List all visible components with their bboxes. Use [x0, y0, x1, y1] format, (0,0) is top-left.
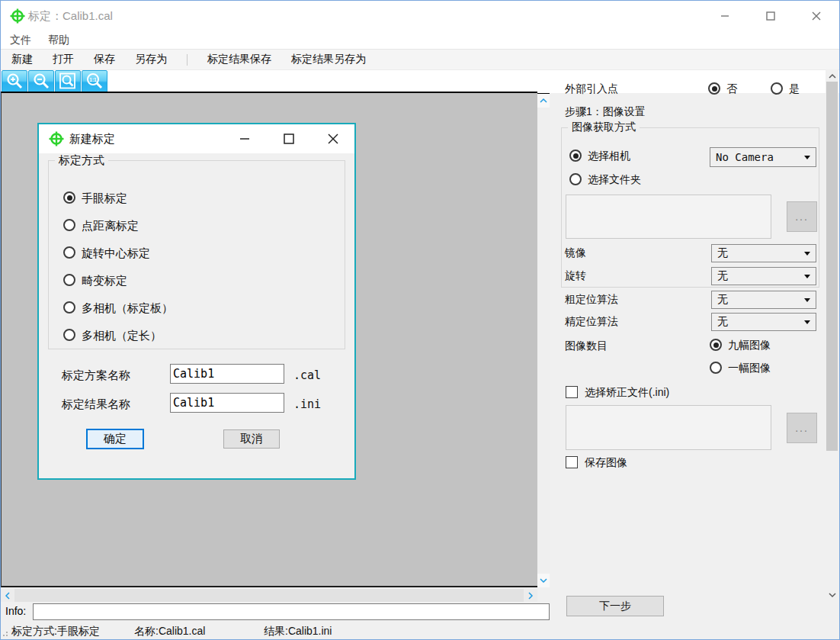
nine-images-radio[interactable] [710, 339, 722, 351]
toolbar-save[interactable]: 保存 [94, 53, 115, 66]
distortion-label: 畸变标定 [82, 274, 127, 288]
zoom-in-button[interactable] [2, 70, 27, 93]
maximize-icon [284, 133, 294, 144]
coarse-algo-label: 粗定位算法 [565, 293, 618, 307]
folder-browse-button[interactable]: ... [787, 201, 817, 232]
dropdown-arrow-icon [804, 252, 810, 256]
external-point-no-label: 否 [726, 82, 737, 96]
canvas-horizontal-scrollbar[interactable] [1, 589, 537, 602]
canvas-scroll-down-button[interactable] [537, 574, 550, 587]
zoom-in-icon [5, 72, 24, 92]
panel-scrollbar-thumb[interactable] [826, 82, 838, 451]
dialog-minimize-button[interactable] [229, 129, 260, 149]
menu-help[interactable]: 帮助 [48, 34, 69, 47]
menu-bar: 文件 帮助 [1, 31, 839, 49]
chevron-down-icon [828, 592, 837, 598]
select-camera-radio[interactable] [569, 150, 582, 162]
toolbar-separator [187, 54, 188, 66]
correction-file-label: 选择矫正文件(.ini) [585, 386, 669, 400]
app-window: 标定：Calib1.cal 文件 帮助 新建 打开 保存 另存为 标定结果保存 … [0, 0, 840, 640]
save-image-checkbox[interactable] [566, 456, 578, 468]
coarse-algo-dropdown[interactable]: 无 [711, 291, 816, 309]
canvas-scroll-up-button[interactable] [537, 94, 550, 108]
info-label: Info: [5, 605, 26, 617]
status-name: 名称:Calib1.cal [134, 625, 205, 638]
save-image-label: 保存图像 [585, 456, 627, 470]
step-label: 步骤1：图像设置 [565, 105, 646, 119]
result-name-input[interactable] [170, 393, 284, 413]
one-image-radio[interactable] [710, 362, 722, 374]
next-step-button[interactable]: 下一步 [566, 596, 664, 616]
external-point-yes-label: 是 [789, 82, 800, 96]
toolbar-save-result-as[interactable]: 标定结果另存为 [291, 53, 366, 66]
mirror-label: 镜像 [565, 246, 586, 260]
chevron-up-icon [539, 98, 548, 104]
point-distance-label: 点距离标定 [82, 219, 139, 233]
scheme-name-input[interactable] [170, 364, 284, 384]
folder-path-box[interactable] [566, 195, 771, 239]
close-button[interactable] [800, 5, 833, 27]
zoom-1to1-button[interactable]: 1:1 [82, 70, 107, 93]
svg-text:1:1: 1:1 [89, 77, 97, 82]
fine-algo-dropdown[interactable]: 无 [711, 313, 816, 331]
image-count-label: 图像数目 [565, 339, 608, 353]
dropdown-arrow-icon [804, 156, 810, 159]
canvas-vertical-scrollbar[interactable] [537, 93, 550, 587]
panel-scroll-down-button[interactable] [826, 588, 838, 602]
external-point-no-radio[interactable] [708, 82, 720, 95]
rotate-dropdown[interactable]: 无 [711, 267, 816, 285]
multi-camera-board-label: 多相机（标定板） [82, 301, 173, 316]
multi-camera-board-radio[interactable] [63, 301, 75, 314]
info-field[interactable] [33, 603, 550, 620]
toolbar: 新建 打开 保存 另存为 标定结果保存 标定结果另存为 [1, 49, 839, 70]
dropdown-arrow-icon [804, 320, 810, 324]
hand-eye-radio[interactable] [63, 191, 75, 204]
zoom-fit-icon [58, 72, 78, 92]
multi-camera-fixed-label: 多相机（定长） [82, 329, 162, 343]
chevron-left-icon [5, 591, 11, 600]
fine-algo-label: 精定位算法 [565, 315, 618, 329]
minimize-button[interactable] [708, 5, 742, 27]
distortion-radio[interactable] [63, 274, 75, 286]
rotation-center-radio[interactable] [63, 246, 75, 259]
coarse-algo-value: 无 [717, 293, 728, 307]
app-target-icon [10, 8, 25, 24]
canvas-scroll-left-button[interactable] [1, 589, 14, 602]
camera-select-dropdown[interactable]: No Camera [710, 147, 816, 167]
correction-browse-button[interactable]: ... [787, 413, 817, 443]
correction-path-box[interactable] [566, 405, 771, 450]
canvas-scroll-right-button[interactable] [524, 589, 537, 602]
dialog-target-icon [49, 131, 64, 146]
multi-camera-fixed-radio[interactable] [63, 329, 75, 341]
result-name-suffix: .ini [293, 397, 321, 411]
hand-eye-label: 手眼标定 [82, 191, 127, 206]
dialog-maximize-button[interactable] [274, 129, 304, 149]
close-icon [328, 133, 338, 144]
minimize-icon [239, 133, 250, 144]
maximize-button[interactable] [754, 5, 787, 27]
nine-images-label: 九幅图像 [728, 339, 771, 352]
acquire-method-group-label: 图像获取方式 [568, 121, 640, 134]
toolbar-save-result[interactable]: 标定结果保存 [207, 53, 271, 66]
toolbar-open[interactable]: 打开 [53, 53, 74, 66]
toolbar-save-as[interactable]: 另存为 [135, 53, 167, 66]
cancel-button[interactable]: 取消 [223, 429, 280, 449]
external-point-label: 外部引入点 [565, 82, 618, 96]
window-title: 标定：Calib1.cal [28, 9, 113, 24]
mirror-dropdown[interactable]: 无 [711, 244, 816, 262]
external-point-yes-radio[interactable] [771, 82, 783, 95]
ok-button[interactable]: 确定 [86, 429, 144, 449]
menu-file[interactable]: 文件 [10, 34, 31, 47]
panel-vertical-scrollbar[interactable] [826, 69, 838, 602]
correction-file-checkbox[interactable] [566, 386, 578, 398]
dialog-close-button[interactable] [318, 129, 348, 149]
dialog-title: 新建标定 [69, 132, 115, 146]
zoom-fit-button[interactable] [55, 70, 81, 93]
point-distance-radio[interactable] [63, 219, 75, 231]
rotate-value: 无 [717, 269, 728, 283]
zoom-1to1-icon: 1:1 [85, 72, 104, 92]
toolbar-new[interactable]: 新建 [11, 53, 33, 66]
calibration-method-group-label: 标定方式 [55, 153, 108, 168]
zoom-out-button[interactable] [28, 70, 54, 93]
select-folder-radio[interactable] [569, 173, 582, 185]
